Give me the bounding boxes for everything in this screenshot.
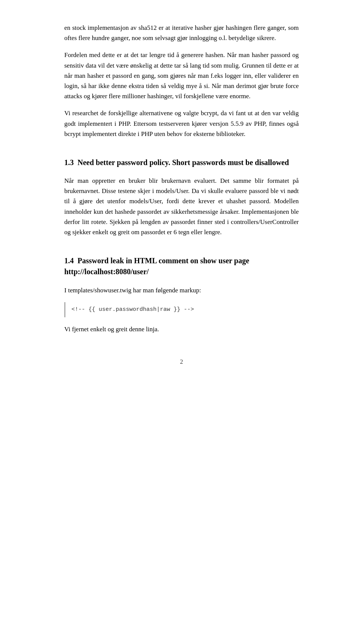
section-13-number: 1.3 — [64, 158, 74, 167]
code-content: <!-- {{ user.passwordhash|raw }} --> — [71, 306, 194, 313]
code-block: <!-- {{ user.passwordhash|raw }} --> — [64, 302, 299, 317]
page-number: 2 — [64, 357, 299, 367]
section-13-paragraph-1: Når man oppretter en bruker blir brukern… — [64, 176, 299, 237]
section-13-title-text: Need better password policy. Short passw… — [78, 158, 289, 167]
section-14-heading: 1.4 Password leak in HTML comment on sho… — [64, 255, 299, 277]
section-14-number: 1.4 — [64, 256, 74, 265]
section-14-closing-paragraph: Vi fjernet enkelt og greit denne linja. — [64, 324, 299, 334]
section-13-title: 1.3 Need better password policy. Short p… — [64, 158, 289, 167]
intro-paragraph-3: Vi researchet de forskjellige alternativ… — [64, 108, 299, 139]
section-14-title-text: Password leak in HTML comment on show us… — [64, 256, 249, 276]
section-14-paragraph-1: I templates/showuser.twig har man følgen… — [64, 285, 299, 295]
section-14-title: 1.4 Password leak in HTML comment on sho… — [64, 256, 249, 276]
section-13-heading: 1.3 Need better password policy. Short p… — [64, 157, 299, 168]
intro-paragraph-2: Fordelen med dette er at det tar lengre … — [64, 50, 299, 101]
intro-paragraph-1: en stock implementasjon av sha512 er at … — [64, 23, 299, 43]
page-content: en stock implementasjon av sha512 er at … — [34, 0, 329, 397]
